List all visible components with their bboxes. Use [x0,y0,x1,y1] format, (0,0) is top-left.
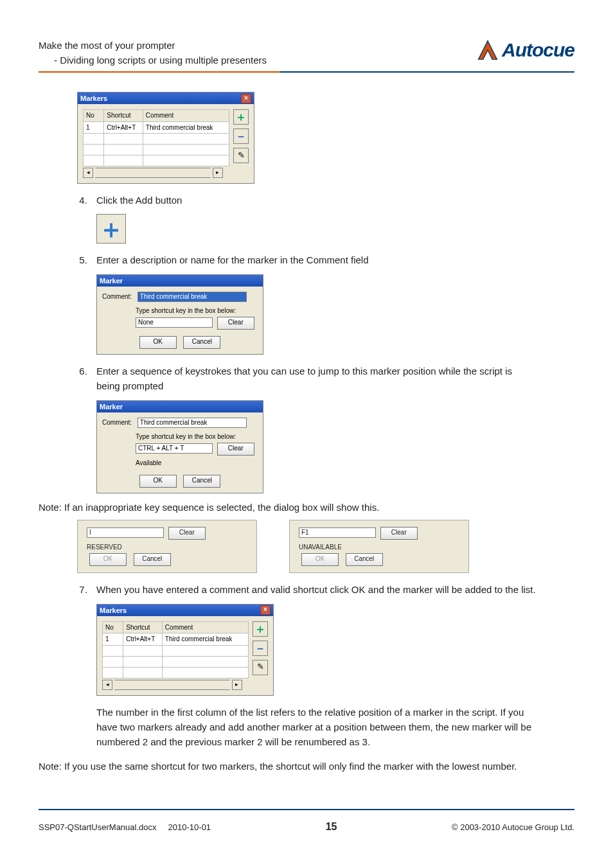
marker-dialog-2: Marker Comment: Third commercial break T… [96,400,263,493]
step-7: When you have entered a comment and vali… [90,582,536,749]
shortcut-field[interactable]: I [87,527,164,538]
footer-rule [39,809,574,810]
figure-markers-1: Markers × No Shortcut Comment 1 [77,92,536,184]
scroll-right-icon[interactable]: ▸ [232,680,242,690]
figure-invalid-keys: I Clear RESERVED OK Cancel F1 Clear UNAV… [77,520,536,574]
status-unavailable: UNAVAILABLE [299,542,459,553]
para-relative-number: The number in the first column of the li… [96,705,536,750]
ok-button: OK [301,553,339,566]
markers-dialog-2: Markers × No Shortcut Comment [96,604,274,696]
cancel-button[interactable]: Cancel [134,553,171,566]
comment-field[interactable]: Third commercial break [138,418,247,428]
close-icon[interactable]: × [260,605,271,615]
header-line1: Make the most of your prompter [39,39,267,53]
remove-marker-button[interactable]: － [233,128,249,144]
note-inappropriate: Note: If an inappropriate key sequence i… [39,500,536,515]
footer-doc: SSP07-QStartUserManual.docx [39,822,157,832]
logo-text: Autocue [502,39,574,61]
step-5: Enter a description or name for the mark… [90,252,536,355]
unavailable-panel: F1 Clear UNAVAILABLE OK Cancel [289,520,469,574]
comment-label: Comment: [102,418,136,428]
shortcut-field[interactable]: None [136,317,213,328]
type-hint: Type shortcut key in the box below: [136,432,258,442]
autocue-logo: Autocue [476,39,574,62]
close-icon[interactable]: × [241,94,251,103]
add-marker-button[interactable]: ＋ [233,109,249,125]
ok-button[interactable]: OK [139,475,177,488]
step-6: Enter a sequence of keystrokes that you … [90,364,536,493]
remove-marker-button[interactable]: － [253,641,268,656]
page-footer: SSP07-QStartUserManual.docx 2010-10-01 1… [39,821,574,833]
table-row[interactable]: 1 Ctrl+Alt+T Third commercial break [84,121,229,134]
step-4: Click the Add button ＋ [90,193,536,244]
shortcut-field[interactable]: F1 [299,527,376,538]
cancel-button[interactable]: Cancel [346,553,383,566]
instruction-list-cont: When you have entered a comment and vali… [77,582,536,749]
edit-marker-button[interactable]: ✎ [233,148,249,163]
clear-button[interactable]: Clear [168,527,206,540]
markers-table: No Shortcut Comment 1 Ctrl+Alt+T Third c… [83,109,229,166]
page-number: 15 [326,821,337,833]
header-line2: - Dividing long scripts or using multipl… [39,53,267,68]
col-no: No [84,110,104,122]
header-rule [39,71,574,73]
clear-button[interactable]: Clear [217,443,254,456]
ok-button[interactable]: OK [139,336,177,349]
available-label: Available [136,458,258,468]
type-hint: Type shortcut key in the box below: [136,306,258,316]
add-button-icon: ＋ [96,214,126,244]
comment-field[interactable]: Third commercial break [138,292,247,302]
edit-marker-button[interactable]: ✎ [253,660,268,675]
markers-table: No Shortcut Comment 1 Ctrl+Alt+T Third c… [102,621,249,678]
comment-label: Comment: [102,292,136,302]
cancel-button[interactable]: Cancel [183,475,220,488]
scroll-left-icon[interactable]: ◂ [102,680,112,690]
table-row[interactable]: 1 Ctrl+Alt+T Third commercial break [103,633,249,646]
marker-dialog-1: Marker Comment: Third commercial break T… [96,274,263,355]
logo-mark-icon [476,39,499,62]
status-reserved: RESERVED [87,542,247,553]
col-shortcut: Shortcut [104,110,143,122]
cancel-button[interactable]: Cancel [183,336,220,349]
markers-dialog: Markers × No Shortcut Comment 1 [77,92,254,184]
reserved-panel: I Clear RESERVED OK Cancel [77,520,257,574]
footer-date: 2010-10-01 [168,822,211,832]
header-left: Make the most of your prompter - Dividin… [39,39,267,67]
ok-button: OK [89,553,127,566]
footer-copyright: © 2003-2010 Autocue Group Ltd. [452,822,574,832]
document-body: Markers × No Shortcut Comment 1 [77,92,536,774]
note-same-shortcut: Note: If you use the same shortcut for t… [39,759,536,774]
scroll-right-icon[interactable]: ▸ [213,168,223,178]
clear-button[interactable]: Clear [380,527,418,540]
instruction-list: Click the Add button ＋ Enter a descripti… [77,193,536,493]
page-header: Make the most of your prompter - Dividin… [39,39,574,67]
scroll-left-icon[interactable]: ◂ [83,168,93,178]
clear-button[interactable]: Clear [217,317,254,330]
add-marker-button[interactable]: ＋ [253,621,268,637]
dialog-title: Markers [80,93,107,104]
shortcut-field[interactable]: CTRL + ALT + T [136,443,213,454]
col-comment: Comment [143,110,229,122]
